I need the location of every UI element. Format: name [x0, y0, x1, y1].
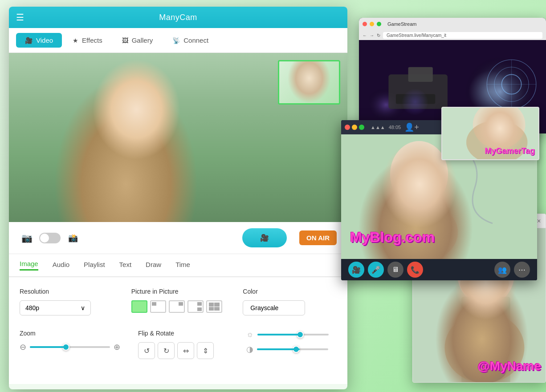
pip-corner-tr[interactable]	[169, 300, 185, 313]
tab-audio[interactable]: Audio	[53, 261, 69, 270]
toggle-switch[interactable]	[39, 233, 61, 243]
gs-refresh-icon[interactable]: ↻	[377, 33, 380, 38]
title-bar: ☰ ManyCam	[9, 7, 347, 28]
resolution-label: Resolution	[20, 288, 114, 295]
color-label: Color	[243, 288, 337, 295]
chat-close-btn[interactable]: ✕	[537, 218, 541, 224]
color-group: Color Grayscale	[243, 288, 337, 315]
rotate-right-button[interactable]: ↻	[158, 342, 175, 359]
photo-icon[interactable]: 📸	[66, 231, 80, 245]
tab-image[interactable]: Image	[20, 260, 38, 271]
gamestream-tab-label: GameStream	[387, 21, 416, 27]
gs-back-icon[interactable]: ←	[363, 33, 367, 38]
brightness-thumb[interactable]	[297, 331, 304, 338]
rotate-left-button[interactable]: ↺	[138, 342, 155, 359]
myname-label: @MyName	[478, 359, 541, 373]
gallery-tab-icon: 🖼	[122, 37, 128, 44]
zoom-minus-icon[interactable]: ⊖	[20, 342, 26, 352]
tab-text[interactable]: Text	[119, 261, 132, 270]
hangouts-min-btn[interactable]	[352, 125, 357, 130]
gs-url[interactable]: GameStream.live/Manycam_it	[383, 32, 542, 39]
menu-icon[interactable]: ☰	[16, 12, 24, 23]
nav-tab-video-label: Video	[36, 36, 53, 44]
nav-tab-gallery-label: Gallery	[132, 36, 153, 44]
bottom-tabs: Image Audio Playlist Text Draw Time	[9, 254, 347, 277]
settings-row-2: Zoom ⊖ ⊕ Flip & Rotate ↺ ↻ ⇔ ⇕	[20, 330, 337, 359]
brightness-slider[interactable]	[257, 334, 329, 335]
controls-bar: 📷 📸 🎥 ON AIR	[9, 222, 347, 254]
svg-rect-9	[408, 67, 433, 82]
svg-point-2	[369, 69, 438, 129]
contrast-icon: ◑	[246, 344, 253, 354]
hangouts-close-btn[interactable]	[345, 125, 350, 130]
app-window: ☰ ManyCam 🎥 Video ★ Effects 🖼 Gallery 📡 …	[9, 7, 347, 389]
svg-point-4	[494, 67, 529, 101]
gs-address-bar: ← → ↻ GameStream.live/Manycam_it	[359, 30, 546, 40]
hangouts-screen-btn[interactable]: 🖥	[387, 262, 403, 278]
zoom-label: Zoom	[20, 330, 120, 337]
contrast-thumb[interactable]	[293, 346, 300, 353]
zoom-thumb[interactable]	[62, 344, 69, 351]
pip-side[interactable]	[187, 300, 204, 313]
gs-minimize-btn[interactable]	[370, 22, 374, 26]
gamestream-titlebar: GameStream	[359, 18, 546, 30]
resolution-dropdown[interactable]: 480p ∨	[20, 300, 91, 315]
contrast-slider[interactable]	[257, 348, 328, 350]
svg-point-19	[403, 170, 419, 181]
svg-rect-8	[388, 74, 448, 109]
hangouts-more-btn[interactable]: ⋯	[514, 262, 530, 278]
hangouts-status: ▲▲▲ 48:05 👤+	[371, 122, 419, 132]
zoom-group: Zoom ⊖ ⊕	[20, 330, 120, 352]
nav-tab-gallery[interactable]: 🖼 Gallery	[113, 33, 162, 48]
connect-tab-icon: 📡	[172, 37, 180, 44]
resolution-group: Resolution 480p ∨	[20, 288, 114, 315]
on-air-badge: ON AIR	[299, 230, 337, 245]
hangouts-video-btn[interactable]: 🎥	[348, 262, 364, 278]
video-area	[9, 53, 347, 222]
settings-row-1: Resolution 480p ∨ Picture in Picture	[20, 288, 337, 315]
gs-close-btn[interactable]	[363, 22, 367, 26]
video-thumbnail[interactable]	[278, 60, 340, 105]
nav-tab-connect[interactable]: 📡 Connect	[163, 33, 217, 48]
record-button[interactable]: 🎥	[242, 228, 287, 247]
hangouts-controls: 🎥 🎤 🖥 📞 👥 ⋯	[341, 259, 537, 280]
brightness-slider-group: ☼	[246, 330, 337, 339]
myblog-label: MyBlog.com	[350, 229, 435, 246]
hangouts-mic-btn[interactable]: 🎤	[368, 262, 384, 278]
nav-tabs: 🎥 Video ★ Effects 🖼 Gallery 📡 Connect	[9, 28, 347, 53]
hangouts-people-btn[interactable]: 👥	[494, 262, 510, 278]
nav-tab-effects[interactable]: ★ Effects	[64, 33, 111, 48]
svg-point-3	[487, 60, 536, 109]
pip-grid[interactable]	[206, 300, 222, 313]
tab-playlist[interactable]: Playlist	[84, 261, 105, 270]
zoom-slider[interactable]	[30, 346, 110, 348]
gs-maximize-btn[interactable]	[377, 22, 381, 26]
pip-group: Picture in Picture	[131, 288, 225, 313]
hangouts-max-btn[interactable]	[359, 125, 364, 130]
record-icon: 🎥	[260, 234, 269, 242]
hangouts-button-group: 🎥 🎤 🖥 📞	[348, 262, 423, 278]
tab-time[interactable]: Time	[175, 261, 190, 270]
flip-vertical-button[interactable]: ⇕	[197, 342, 214, 359]
nav-tab-video[interactable]: 🎥 Video	[16, 33, 62, 48]
color-dropdown[interactable]: Grayscale	[243, 300, 305, 315]
pip-corner-tl[interactable]	[150, 300, 166, 313]
zoom-plus-icon[interactable]: ⊕	[114, 342, 120, 352]
hangouts-signal-icon: ▲▲▲	[371, 125, 385, 130]
flip-buttons: ↺ ↻ ⇔ ⇕	[138, 342, 228, 359]
pip-icons	[131, 300, 225, 313]
pip-single[interactable]	[131, 300, 147, 313]
dropdown-chevron-icon: ∨	[81, 304, 85, 311]
video-tab-icon: 🎥	[25, 37, 33, 44]
tab-draw[interactable]: Draw	[146, 261, 161, 270]
camera-toggle-icon[interactable]: 📷	[20, 231, 34, 245]
svg-rect-10	[396, 94, 435, 104]
flip-rotate-group: Flip & Rotate ↺ ↻ ⇔ ⇕	[138, 330, 228, 359]
flip-horizontal-button[interactable]: ⇔	[177, 342, 194, 359]
pip-label: Picture in Picture	[131, 288, 225, 295]
hangouts-end-btn[interactable]: 📞	[407, 262, 423, 278]
gs-forward-icon[interactable]: →	[370, 33, 374, 38]
color-value: Grayscale	[250, 304, 278, 311]
hangouts-time: 48:05	[389, 125, 401, 130]
brightness-sun-icon: ☼	[246, 330, 254, 339]
